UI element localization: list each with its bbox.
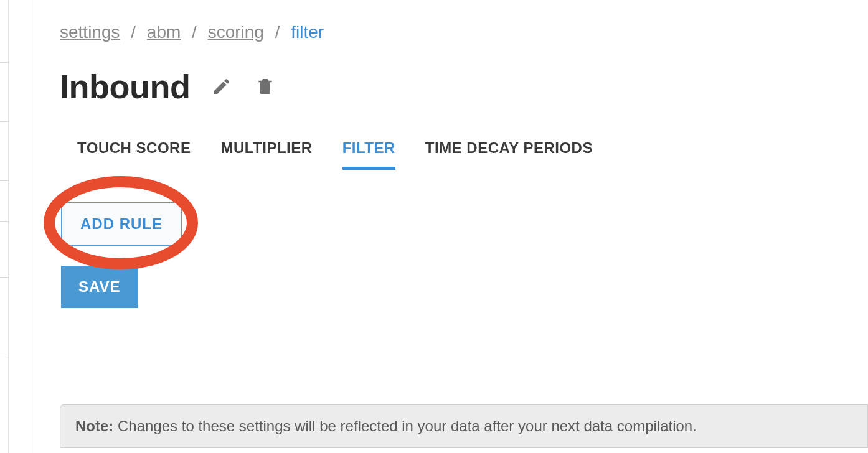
save-button[interactable]: SAVE	[61, 266, 138, 308]
sidebar-divider	[0, 277, 9, 278]
breadcrumb: settings / abm / scoring / filter	[60, 0, 868, 42]
tab-time-decay-periods[interactable]: TIME DECAY PERIODS	[425, 139, 593, 170]
note-text: Changes to these settings will be reflec…	[113, 418, 697, 434]
sidebar-divider	[0, 180, 9, 181]
tab-touch-score[interactable]: TOUCH SCORE	[77, 139, 191, 170]
add-rule-button[interactable]: ADD RULE	[61, 202, 182, 246]
breadcrumb-separator: /	[275, 22, 280, 42]
actions-area: ADD RULE SAVE	[60, 202, 868, 308]
edit-button[interactable]	[210, 75, 234, 98]
sidebar-divider	[0, 358, 9, 358]
tabs: TOUCH SCORE MULTIPLIER FILTER TIME DECAY…	[60, 139, 868, 170]
delete-button[interactable]	[253, 75, 277, 98]
sidebar-divider	[0, 121, 9, 122]
sidebar-divider	[0, 221, 9, 222]
tab-filter[interactable]: FILTER	[342, 139, 395, 170]
sidebar-divider	[0, 62, 9, 63]
breadcrumb-link-abm[interactable]: abm	[147, 22, 181, 42]
pencil-icon	[212, 77, 232, 96]
breadcrumb-separator: /	[192, 22, 197, 42]
sidebar-inner-edge	[0, 0, 9, 453]
note-label: Note:	[75, 418, 113, 434]
breadcrumb-separator: /	[131, 22, 136, 42]
note-box: Note: Changes to these settings will be …	[60, 404, 868, 448]
breadcrumb-link-settings[interactable]: settings	[60, 22, 120, 42]
title-row: Inbound	[60, 67, 868, 106]
tab-multiplier[interactable]: MULTIPLIER	[220, 139, 312, 170]
page-title: Inbound	[60, 67, 190, 106]
add-rule-wrap: ADD RULE	[61, 202, 182, 246]
main-content: settings / abm / scoring / filter Inboun…	[60, 0, 868, 308]
trash-icon	[255, 77, 275, 96]
breadcrumb-current: filter	[291, 22, 324, 42]
breadcrumb-link-scoring[interactable]: scoring	[208, 22, 264, 42]
